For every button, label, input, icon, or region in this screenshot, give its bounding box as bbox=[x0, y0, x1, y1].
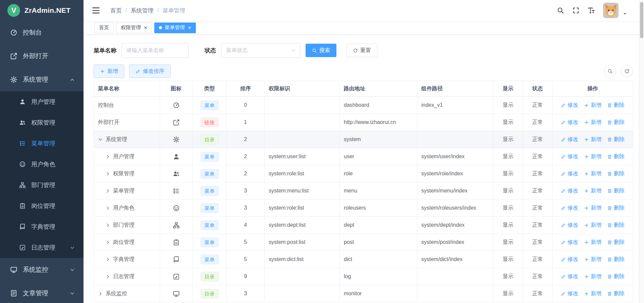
table-row[interactable]: 控制台菜单0dashboardindex_v1显示正常修改新增删除 bbox=[94, 97, 633, 114]
reset-button[interactable]: 重置 bbox=[346, 44, 377, 57]
add-button[interactable]: 新增 bbox=[584, 136, 601, 143]
sidebar-item-dict[interactable]: 字典管理 bbox=[0, 216, 84, 237]
add-button[interactable]: 新增 bbox=[584, 170, 601, 177]
menu-status-select[interactable]: 菜单状态 bbox=[221, 43, 300, 58]
edit-button[interactable]: 修改 bbox=[561, 239, 578, 246]
add-button[interactable]: 新增 bbox=[584, 239, 601, 246]
add-button[interactable]: 新增 bbox=[584, 256, 601, 263]
chevron-right-icon[interactable] bbox=[105, 188, 110, 193]
table-row[interactable]: 菜单管理菜单3system:menu:listmenusystem/menu/i… bbox=[94, 182, 633, 200]
table-row[interactable]: 字典管理菜单5system:dict:listdictsystem/dict/i… bbox=[94, 251, 633, 268]
sidebar-item-role[interactable]: 权限管理 bbox=[0, 112, 84, 133]
table-row[interactable]: 系统管理目录2system显示正常修改新增删除 bbox=[94, 131, 633, 148]
add-button[interactable]: 新增 bbox=[584, 273, 601, 280]
breadcrumb-item-home[interactable]: 首页 bbox=[110, 7, 122, 14]
delete-button[interactable]: 删除 bbox=[607, 205, 625, 212]
breadcrumb-item-system[interactable]: 系统管理 bbox=[131, 7, 154, 14]
add-button[interactable]: 新增 bbox=[584, 153, 601, 160]
delete-button[interactable]: 删除 bbox=[607, 256, 625, 263]
table-row[interactable]: 岗位管理菜单5system:post:listpostsystem/post/i… bbox=[94, 234, 633, 251]
add-button[interactable]: 新增 bbox=[94, 64, 124, 78]
delete-button[interactable]: 删除 bbox=[607, 170, 625, 177]
table-row[interactable]: 系统监控目录3monitor显示正常修改新增删除 bbox=[94, 285, 633, 302]
add-button[interactable]: 新增 bbox=[584, 187, 601, 194]
delete-button[interactable]: 删除 bbox=[607, 187, 625, 194]
edit-button[interactable]: 修改 bbox=[561, 222, 578, 229]
table-row[interactable]: 用户角色菜单3system:role:listroleuserssystem/r… bbox=[94, 200, 633, 217]
delete-button[interactable]: 删除 bbox=[607, 136, 625, 143]
sidebar-item-post[interactable]: 岗位管理 bbox=[0, 196, 84, 216]
sidebar-item-menu[interactable]: 菜单管理 bbox=[0, 133, 84, 154]
avatar[interactable] bbox=[603, 3, 619, 18]
chevron-down-icon[interactable] bbox=[98, 137, 103, 142]
menu-name-input[interactable] bbox=[121, 43, 189, 58]
tab-role-management[interactable]: 权限管理 × bbox=[116, 23, 152, 33]
add-button[interactable]: 新增 bbox=[584, 119, 601, 126]
cell-route: dict bbox=[340, 251, 417, 268]
search-button[interactable]: 搜索 bbox=[306, 44, 336, 57]
search-icon[interactable] bbox=[557, 7, 564, 14]
sidebar-item-user[interactable]: 用户管理 bbox=[0, 91, 84, 112]
delete-button[interactable]: 删除 bbox=[607, 290, 625, 297]
sidebar-item-dept[interactable]: 部门管理 bbox=[0, 175, 84, 196]
add-button[interactable]: 新增 bbox=[584, 205, 601, 212]
scrollbar[interactable] bbox=[639, 0, 644, 303]
table-row[interactable]: 部门管理菜单4system:dept:listdeptsystem/dept/i… bbox=[94, 217, 633, 234]
menu-fold-icon[interactable] bbox=[92, 6, 100, 15]
chevron-right-icon[interactable] bbox=[105, 223, 110, 228]
delete-button[interactable]: 删除 bbox=[607, 153, 625, 160]
edit-button[interactable]: 修改 bbox=[561, 119, 578, 126]
scrollbar-thumb[interactable] bbox=[640, 2, 643, 38]
delete-button[interactable]: 删除 bbox=[607, 222, 625, 229]
type-tag: 菜单 bbox=[201, 203, 219, 213]
add-button[interactable]: 新增 bbox=[584, 102, 601, 109]
page-content: 菜单名称 状态 菜单状态 搜索 重置 新增 bbox=[84, 35, 644, 303]
add-button[interactable]: 新增 bbox=[584, 222, 601, 229]
table-row[interactable]: 外部打开链接1http://www.izhaorui.cn显示正常修改新增删除 bbox=[94, 114, 633, 131]
edit-button[interactable]: 修改 bbox=[561, 102, 578, 109]
edit-sort-button[interactable]: 修改排序 bbox=[129, 64, 171, 78]
sidebar-item-log[interactable]: 日志管理 bbox=[0, 237, 84, 258]
sidebar-item-monitor[interactable]: 系统监控 bbox=[0, 258, 84, 282]
toggle-search-button[interactable] bbox=[604, 65, 616, 77]
close-icon[interactable]: × bbox=[144, 25, 147, 31]
sidebar-item-roleusers[interactable]: 用户角色 bbox=[0, 154, 84, 175]
edit-button[interactable]: 修改 bbox=[561, 205, 578, 212]
table-row[interactable]: 用户管理菜单2system:user:listusersystem/user/i… bbox=[94, 148, 633, 165]
delete-button[interactable]: 删除 bbox=[607, 239, 625, 246]
sidebar-item-external[interactable]: 外部打开 bbox=[0, 44, 84, 68]
chevron-right-icon[interactable] bbox=[105, 154, 110, 159]
sidebar-item-system[interactable]: 系统管理 bbox=[0, 68, 84, 91]
caret-down-icon[interactable] bbox=[623, 11, 627, 16]
type-tag: 链接 bbox=[201, 118, 219, 127]
trash-icon bbox=[607, 257, 612, 262]
edit-button[interactable]: 修改 bbox=[561, 153, 578, 160]
app-logo[interactable]: V ZrAdmin.NET bbox=[0, 0, 84, 21]
close-icon[interactable]: × bbox=[188, 25, 191, 31]
edit-button[interactable]: 修改 bbox=[561, 136, 578, 143]
chevron-right-icon[interactable] bbox=[105, 274, 110, 279]
table-row[interactable]: 权限管理菜单2system:role:listrolesystem/role/i… bbox=[94, 165, 633, 182]
delete-button[interactable]: 删除 bbox=[607, 102, 625, 109]
tab-home[interactable]: 首页 bbox=[94, 23, 114, 33]
delete-button[interactable]: 删除 bbox=[607, 273, 625, 280]
refresh-table-button[interactable] bbox=[621, 65, 633, 77]
font-size-icon[interactable] bbox=[588, 7, 595, 14]
chevron-right-icon[interactable] bbox=[105, 240, 110, 245]
edit-button[interactable]: 修改 bbox=[561, 290, 578, 297]
sidebar-item-article[interactable]: 文章管理 bbox=[0, 282, 84, 303]
edit-button[interactable]: 修改 bbox=[561, 170, 578, 177]
delete-button[interactable]: 删除 bbox=[607, 119, 625, 126]
tab-menu-management[interactable]: 菜单管理 × bbox=[154, 23, 196, 33]
edit-button[interactable]: 修改 bbox=[561, 273, 578, 280]
chevron-right-icon[interactable] bbox=[105, 206, 110, 211]
edit-button[interactable]: 修改 bbox=[561, 187, 578, 194]
table-row[interactable]: 日志管理目录9log显示正常修改新增删除 bbox=[94, 268, 633, 285]
chevron-right-icon[interactable] bbox=[105, 171, 110, 176]
chevron-right-icon[interactable] bbox=[105, 257, 110, 262]
edit-button[interactable]: 修改 bbox=[561, 256, 578, 263]
add-button[interactable]: 新增 bbox=[584, 290, 601, 297]
fullscreen-icon[interactable] bbox=[572, 7, 580, 14]
sidebar-item-dashboard[interactable]: 控制台 bbox=[0, 21, 84, 44]
chevron-right-icon[interactable] bbox=[98, 291, 103, 296]
